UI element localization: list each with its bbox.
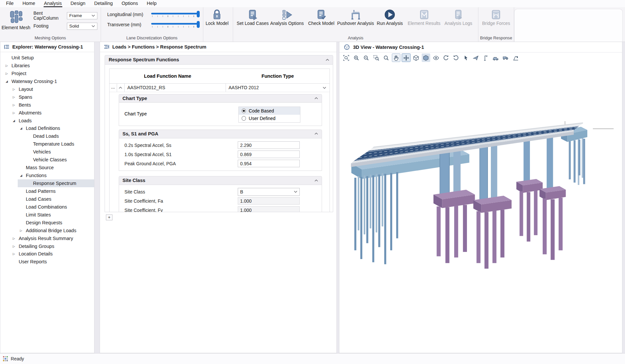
menu-design[interactable]: Design xyxy=(66,0,90,7)
browse-function-button[interactable]: ... xyxy=(110,84,117,92)
menu-home[interactable]: Home xyxy=(18,0,40,7)
pushover-analysis-button[interactable]: Pushover Analysis xyxy=(338,9,373,26)
tree-item-response-spectrum[interactable]: Response Spectrum xyxy=(0,179,94,187)
tree-item-load-definitions[interactable]: ◢Load Definitions xyxy=(0,125,94,132)
code-based-option[interactable]: Code Based xyxy=(239,107,300,114)
cube-shaded-button[interactable] xyxy=(422,53,431,62)
cube-wireframe-button[interactable] xyxy=(412,53,420,62)
tree-item-detailing-groups[interactable]: ▷Detailing Groups xyxy=(0,242,94,250)
collapse-panel-icon[interactable] xyxy=(326,59,329,61)
menu-detailing[interactable]: Detailing xyxy=(90,0,117,7)
tree-item-load-combinations[interactable]: Load Combinations xyxy=(0,203,94,211)
rotate-ccw-button[interactable] xyxy=(452,53,460,62)
tree-collapsed-icon[interactable]: ▷ xyxy=(10,237,18,240)
zoom-out-button[interactable] xyxy=(362,53,371,62)
s1-input[interactable] xyxy=(238,151,299,158)
tree-item-vehicles[interactable]: Vehicles xyxy=(0,148,94,156)
slider-ticks xyxy=(152,15,196,17)
element-mesh-button[interactable]: Element Mesh xyxy=(2,9,30,30)
zoom-extents-button[interactable] xyxy=(342,53,351,62)
pga-input[interactable] xyxy=(238,160,299,167)
tree-expanded-icon[interactable]: ◢ xyxy=(17,127,25,130)
menu-help[interactable]: Help xyxy=(142,0,161,7)
longitudinal-slider[interactable] xyxy=(151,11,200,18)
tree-collapsed-icon[interactable]: ▷ xyxy=(10,88,18,91)
tree-item-user-reports[interactable]: User Reports xyxy=(0,258,94,266)
tree-item-dead-loads[interactable]: Dead Loads xyxy=(0,132,94,140)
element-mesh-label: Element Mesh xyxy=(2,25,30,30)
collapse-function-row-button[interactable] xyxy=(117,84,125,92)
pile-rig-button[interactable] xyxy=(511,53,520,62)
check-model-button[interactable]: Check Model xyxy=(304,9,338,26)
tree-expanded-icon[interactable]: ◢ xyxy=(3,80,10,83)
tree-item-spans[interactable]: ▷Spans xyxy=(0,93,94,101)
run-analysis-button[interactable]: Run Analysis xyxy=(373,9,407,26)
slider-handle[interactable] xyxy=(197,21,200,28)
function-type-select[interactable]: AASHTO 2012 xyxy=(226,84,330,92)
tree-item-unit-setup[interactable]: Unit Setup xyxy=(0,54,94,62)
tree-item-functions[interactable]: ◢Functions xyxy=(0,172,94,179)
site-class-select[interactable]: B xyxy=(238,188,299,195)
zoom-in-button[interactable] xyxy=(352,53,361,62)
tree-collapsed-icon[interactable]: ▷ xyxy=(10,111,18,114)
pan-button[interactable] xyxy=(392,53,401,62)
pointer-button[interactable] xyxy=(461,53,470,62)
tree-item-project[interactable]: ▷Project xyxy=(0,70,94,77)
radio-unselected-icon[interactable] xyxy=(242,116,246,120)
tree-expanded-icon[interactable]: ◢ xyxy=(17,174,25,177)
tree-item-temperature-loads[interactable]: Temperature Loads xyxy=(0,140,94,148)
lock-model-button[interactable]: Lock Model xyxy=(204,9,231,26)
transverse-slider[interactable] xyxy=(151,21,200,29)
bent-cap-column-select[interactable]: Frame xyxy=(67,12,97,19)
zoom-button[interactable] xyxy=(382,53,391,62)
collapse-section-icon[interactable] xyxy=(314,132,318,135)
load-function-name-field[interactable]: AASHTO2012_RS xyxy=(125,84,226,92)
tree-item-libraries[interactable]: ▷Libraries xyxy=(0,62,94,70)
radio-selected-icon[interactable] xyxy=(242,109,246,113)
add-function-button[interactable]: + xyxy=(106,214,112,220)
move-button[interactable] xyxy=(402,53,411,62)
slider-handle[interactable] xyxy=(197,11,200,18)
tree-collapsed-icon[interactable]: ▷ xyxy=(10,95,18,99)
menu-file[interactable]: File xyxy=(2,0,18,7)
tree-item-design-requests[interactable]: Design Requests xyxy=(0,219,94,227)
tree-item-limit-states[interactable]: Limit States xyxy=(0,211,94,219)
ss-input[interactable] xyxy=(238,141,299,149)
menu-analysis[interactable]: Analysis xyxy=(40,0,66,7)
collapse-section-icon[interactable] xyxy=(314,97,318,99)
tree-collapsed-icon[interactable]: ▷ xyxy=(3,64,10,67)
rotate-cw-button[interactable] xyxy=(441,53,450,62)
tree-item-analysis-result-summary[interactable]: ▷Analysis Result Summary xyxy=(0,234,94,242)
user-defined-option[interactable]: User Defined xyxy=(239,115,300,122)
tree-item-vehicle-classes[interactable]: Vehicle Classes xyxy=(0,156,94,164)
tree-item-additional-bridge-loads[interactable]: ▷Additional Bridge Loads xyxy=(0,227,94,234)
viewport-title: 3D View - Waterway Crossing-1 xyxy=(353,45,424,50)
car-button[interactable] xyxy=(491,53,500,62)
tree-item-mass-source[interactable]: Mass Source xyxy=(0,164,94,172)
tree-item-loads[interactable]: ◢Loads xyxy=(0,117,94,125)
3d-canvas[interactable] xyxy=(339,63,622,353)
truck-button[interactable] xyxy=(501,53,510,62)
tree-item-load-patterns[interactable]: Load Patterns xyxy=(0,187,94,195)
analysis-options-button[interactable]: Analysis Options xyxy=(270,9,304,26)
tree-collapsed-icon[interactable]: ▷ xyxy=(3,72,10,75)
set-load-cases-button[interactable]: Set Load Cases xyxy=(235,9,270,26)
zoom-window-button[interactable] xyxy=(372,53,381,62)
fly-button[interactable] xyxy=(472,53,480,62)
collapse-section-icon[interactable] xyxy=(314,179,318,182)
tree-expanded-icon[interactable]: ◢ xyxy=(10,119,18,122)
tree-item-bents[interactable]: ▷Bents xyxy=(0,101,94,109)
tree-item-layout[interactable]: ▷Layout xyxy=(0,85,94,93)
tree-collapsed-icon[interactable]: ▷ xyxy=(10,103,18,107)
street-pole-button[interactable] xyxy=(481,53,490,62)
tree-item-waterway-crossing[interactable]: ◢Waterway Crossing-1 xyxy=(0,77,94,85)
tree-item-location-details[interactable]: ▷Location Details xyxy=(0,250,94,258)
visibility-button[interactable] xyxy=(432,53,440,62)
tree-item-abutments[interactable]: ▷Abutments xyxy=(0,109,94,117)
tree-collapsed-icon[interactable]: ▷ xyxy=(10,245,18,248)
footing-select[interactable]: Solid xyxy=(67,23,97,30)
menu-options[interactable]: Options xyxy=(117,0,142,7)
tree-item-load-cases[interactable]: Load Cases xyxy=(0,195,94,203)
tree-collapsed-icon[interactable]: ▷ xyxy=(17,229,25,232)
tree-collapsed-icon[interactable]: ▷ xyxy=(10,252,18,255)
